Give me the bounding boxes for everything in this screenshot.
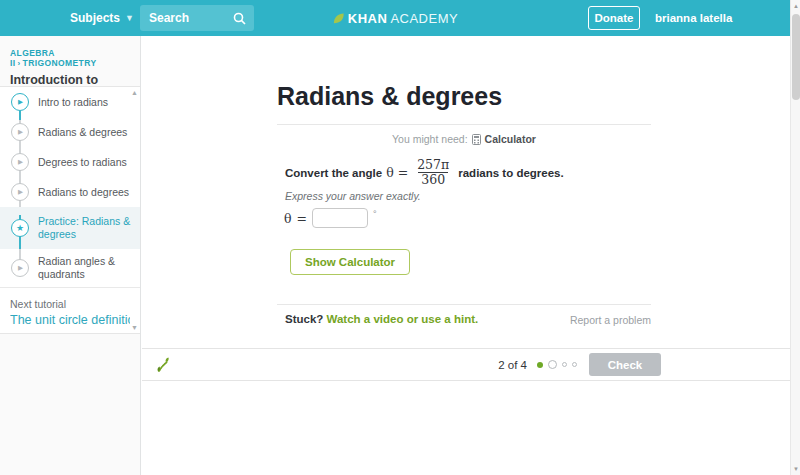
divider <box>277 124 651 125</box>
subjects-label: Subjects <box>70 11 120 25</box>
lesson-sidebar: ALGEBRA II›TRIGONOMETRY Introduction to … <box>0 36 141 475</box>
play-icon: ▶ <box>11 153 29 171</box>
sidebar-item-degrees-to-radians[interactable]: ▶ Degrees to radians <box>0 147 140 177</box>
sidebar-item-practice-radians-degrees[interactable]: ★ Practice: Radians & degrees <box>0 207 140 249</box>
stuck-label: Stuck? <box>285 313 323 325</box>
play-icon: ▶ <box>11 93 29 111</box>
progress-dot <box>537 362 543 368</box>
sidebar-item-radian-angles-quadrants[interactable]: ▶ Radian angles & quadrants <box>0 249 140 287</box>
next-tutorial-label: Next tutorial <box>10 298 130 310</box>
scroll-down-icon[interactable]: ▼ <box>791 463 800 475</box>
problem-tail-text: radians to degrees. <box>458 167 563 179</box>
lesson-item-label: Intro to radians <box>38 96 108 109</box>
exercise-footer-bar: 2 of 4 Check <box>142 348 790 381</box>
next-tutorial-section: Next tutorial The unit circle definition… <box>0 289 140 327</box>
sidebar-item-radians-and-degrees[interactable]: ▶ Radians & degrees <box>0 117 140 147</box>
user-menu[interactable]: brianna latella <box>655 0 732 36</box>
sprout-icon <box>154 356 171 373</box>
logo-academy-text: ACADEMY <box>390 11 458 26</box>
problem-statement: Convert the angle θ = 257π 360 radians t… <box>285 158 564 188</box>
scrollbar-thumb[interactable] <box>792 14 800 100</box>
progress-dot <box>548 360 557 369</box>
answer-input[interactable] <box>312 208 368 228</box>
sidebar-item-intro-to-radians[interactable]: ▶ Intro to radians <box>0 87 140 117</box>
progress-count: 2 of 4 <box>498 359 527 371</box>
play-icon: ▶ <box>11 123 29 141</box>
you-might-need-row: You might need: Calculator <box>277 133 651 145</box>
progress-cluster: 2 of 4 Check <box>498 353 661 376</box>
stuck-row: Stuck? Watch a video or use a hint. <box>285 313 478 325</box>
play-icon: ▶ <box>11 183 29 201</box>
degree-symbol: ° <box>373 209 377 219</box>
lesson-item-label: Degrees to radians <box>38 156 127 169</box>
theta-symbol: θ <box>386 165 394 180</box>
play-icon: ▶ <box>11 259 29 277</box>
fraction-numerator: 257π <box>414 158 452 172</box>
calculator-icon <box>472 134 481 145</box>
progress-dots <box>537 360 577 369</box>
breadcrumb-topic-link[interactable]: TRIGONOMETRY <box>23 58 97 68</box>
subjects-menu-button[interactable]: Subjects ▼ <box>70 0 134 36</box>
you-might-need-label: You might need: <box>392 133 468 145</box>
top-nav-bar: Subjects ▼ KHANACADEMY Donate brianna la… <box>0 0 790 36</box>
theta-symbol: θ <box>284 211 292 226</box>
progress-dot <box>572 362 577 367</box>
problem-instruction: Express your answer exactly. <box>285 190 421 202</box>
page-title: Radians & degrees <box>277 82 502 111</box>
lesson-item-label: Radians & degrees <box>38 126 127 139</box>
scroll-up-icon[interactable]: ▲ <box>131 89 138 96</box>
next-tutorial-link[interactable]: The unit circle definition ... <box>10 313 130 327</box>
lesson-item-label: Practice: Radians & degrees <box>38 215 134 240</box>
search-icon[interactable] <box>233 12 246 25</box>
lesson-item-label: Radian angles & quadrants <box>38 255 134 280</box>
lesson-list: ▶ Intro to radians ▶ Radians & degrees ▶… <box>0 86 140 334</box>
window-scrollbar[interactable]: ▲ ▼ <box>790 0 800 475</box>
lesson-item-label: Radians to degrees <box>38 186 129 199</box>
equals-sign: = <box>398 165 408 180</box>
logo-khan-text: KHAN <box>348 11 388 26</box>
donate-button[interactable]: Donate <box>588 6 640 30</box>
scroll-up-icon[interactable]: ▲ <box>791 0 800 12</box>
equals-sign: = <box>297 211 307 226</box>
show-calculator-button[interactable]: Show Calculator <box>290 249 410 275</box>
calculator-link[interactable]: Calculator <box>485 133 536 145</box>
hint-link[interactable]: Watch a video or use a hint. <box>327 313 479 325</box>
fraction-denominator: 360 <box>418 172 448 187</box>
divider <box>0 287 140 288</box>
breadcrumb: ALGEBRA II›TRIGONOMETRY <box>0 36 140 68</box>
answer-row: θ = ° <box>284 208 377 228</box>
check-button[interactable]: Check <box>589 353 661 376</box>
scroll-down-icon[interactable]: ▼ <box>131 324 138 331</box>
chevron-down-icon: ▼ <box>125 13 134 23</box>
progress-connector-line-teal <box>19 111 21 120</box>
star-icon: ★ <box>11 219 29 237</box>
breadcrumb-separator: › <box>16 59 23 68</box>
sidebar-item-radians-to-degrees[interactable]: ▶ Radians to degrees <box>0 177 140 207</box>
leaf-icon <box>332 12 345 25</box>
divider <box>277 304 651 305</box>
search-box[interactable] <box>140 5 254 31</box>
exercise-panel: Radians & degrees You might need: Calcul… <box>142 36 790 475</box>
fraction: 257π 360 <box>414 158 452 188</box>
search-input[interactable] <box>140 11 226 25</box>
progress-dot <box>562 362 567 367</box>
problem-lead-text: Convert the angle <box>285 167 382 179</box>
report-problem-link[interactable]: Report a problem <box>570 314 651 326</box>
